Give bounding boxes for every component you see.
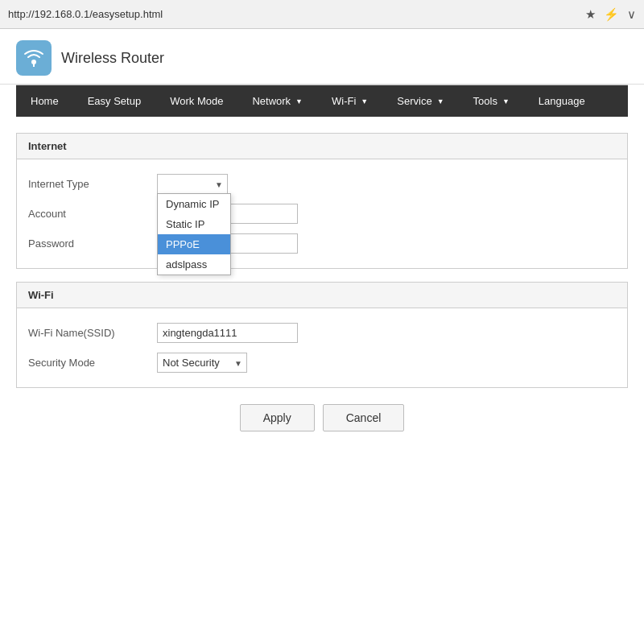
ssid-row: Wi-Fi Name(SSID) [28,318,616,348]
browser-bar: http://192.168.0.1/easysetup.html ★ ⚡ ∨ [0,0,644,29]
router-header: Wireless Router [0,29,644,85]
internet-type-dropdown: Dynamic IP Static IP PPPoE adslpass [157,193,231,275]
dropdown-option-dynamic-ip[interactable]: Dynamic IP [158,194,230,214]
account-row: Account [28,199,616,229]
internet-section: Internet Internet Type ▼ Dynamic IP Stat… [16,133,628,269]
nav-wifi[interactable]: Wi-Fi ▼ [317,85,382,117]
security-mode-label: Security Mode [28,357,157,369]
nav-language[interactable]: Language [524,85,600,117]
wifi-section-body: Wi-Fi Name(SSID) Security Mode Not Secur… [17,308,627,387]
internet-type-row: Internet Type ▼ Dynamic IP Static IP PPP… [28,169,616,199]
router-logo [16,40,52,76]
wifi-arrow-icon: ▼ [361,97,368,105]
browser-icons: ★ ⚡ ∨ [585,7,636,22]
security-mode-select[interactable]: Not Security WPA2-PSK [157,353,247,373]
router-title: Wireless Router [61,50,164,67]
tools-arrow-icon: ▼ [502,97,510,105]
wifi-section-title: Wi-Fi [17,283,627,308]
share-icon[interactable]: ★ [585,7,596,22]
nav-network[interactable]: Network ▼ [237,85,317,117]
ssid-label: Wi-Fi Name(SSID) [28,327,157,339]
account-label: Account [28,208,157,220]
ssid-input[interactable] [157,323,298,343]
router-logo-svg [22,46,46,70]
nav-tools[interactable]: Tools ▼ [459,85,524,117]
internet-type-select-wrapper: ▼ [157,174,228,194]
internet-type-label: Internet Type [28,178,157,190]
nav-work-mode[interactable]: Work Mode [155,85,237,117]
cancel-button[interactable]: Cancel [323,404,405,431]
internet-section-body: Internet Type ▼ Dynamic IP Static IP PPP… [17,159,627,268]
internet-type-input[interactable] [157,174,228,194]
lightning-icon[interactable]: ⚡ [604,7,619,22]
dropdown-option-pppoe[interactable]: PPPoE [158,234,230,254]
dropdown-option-static-ip[interactable]: Static IP [158,214,230,234]
browser-url: http://192.168.0.1/easysetup.html [8,8,163,20]
internet-section-title: Internet [17,134,627,159]
password-row: Password [28,229,616,258]
password-label: Password [28,237,157,250]
button-row: Apply Cancel [16,404,628,431]
apply-button[interactable]: Apply [240,404,315,431]
dropdown-option-adslpass[interactable]: adslpass [158,254,230,275]
service-arrow-icon: ▼ [437,97,444,105]
nav-easy-setup[interactable]: Easy Setup [73,85,156,117]
security-mode-row: Security Mode Not Security WPA2-PSK ▼ [28,348,616,378]
wifi-section: Wi-Fi Wi-Fi Name(SSID) Security Mode Not… [16,282,628,388]
nav-service[interactable]: Service ▼ [382,85,458,117]
network-arrow-icon: ▼ [295,97,303,105]
security-select-wrapper: Not Security WPA2-PSK ▼ [157,353,247,373]
main-content: Internet Internet Type ▼ Dynamic IP Stat… [0,117,644,448]
nav-home[interactable]: Home [16,85,73,117]
nav-bar: Home Easy Setup Work Mode Network ▼ Wi-F… [16,85,628,117]
chevron-icon[interactable]: ∨ [627,7,636,22]
page-content: Wireless Router Home Easy Setup Work Mod… [0,29,644,644]
